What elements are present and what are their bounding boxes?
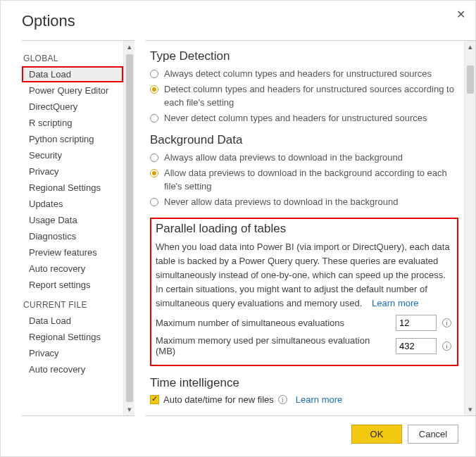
parallel-loading-section: Parallel loading of tables When you load…	[150, 218, 458, 367]
sidebar-item-security[interactable]: Security	[22, 147, 123, 163]
type-detection-opt3[interactable]: Never detect column types and headers fo…	[150, 112, 458, 125]
time-intelligence-title: Time intelligence	[150, 376, 458, 390]
sidebar-scroll-thumb[interactable]	[126, 54, 133, 402]
sidebar-item-diagnostics[interactable]: Diagnostics	[22, 228, 123, 244]
radio-label: Allow data previews to download in the b…	[164, 167, 458, 194]
sidebar-item-regional-settings[interactable]: Regional Settings	[22, 180, 123, 196]
sidebar-item-data-load[interactable]: Data Load	[22, 66, 123, 82]
scroll-up-icon[interactable]: ▴	[124, 41, 134, 53]
sidebar-item-cf-regional-settings[interactable]: Regional Settings	[22, 329, 123, 345]
background-data-title: Background Data	[150, 133, 458, 147]
radio-icon[interactable]	[150, 198, 158, 206]
main-scroll-thumb[interactable]	[467, 65, 474, 94]
sidebar-item-directquery[interactable]: DirectQuery	[22, 99, 123, 115]
scroll-down-icon[interactable]: ▾	[124, 403, 134, 415]
sidebar: GLOBAL Data Load Power Query Editor Dire…	[22, 40, 134, 416]
checkbox-icon[interactable]	[150, 395, 159, 404]
sidebar-item-python-scripting[interactable]: Python scripting	[22, 131, 123, 147]
background-data-opt3[interactable]: Never allow data previews to download in…	[150, 196, 458, 209]
type-detection-opt1[interactable]: Always detect column types and headers f…	[150, 68, 458, 81]
max-memory-label: Maximum memory used per simultaneous eva…	[156, 335, 389, 356]
info-icon[interactable]: i	[442, 342, 451, 351]
cancel-button[interactable]: Cancel	[408, 425, 458, 444]
sidebar-item-auto-recovery[interactable]: Auto recovery	[22, 261, 123, 277]
sidebar-item-updates[interactable]: Updates	[22, 196, 123, 212]
max-evaluations-input[interactable]	[396, 315, 437, 331]
radio-icon[interactable]	[150, 114, 158, 123]
info-icon[interactable]: i	[278, 395, 287, 404]
sidebar-section-current-file: CURRENT FILE	[22, 293, 123, 313]
scroll-up-icon[interactable]: ▴	[465, 41, 475, 53]
time-intel-learn-more-link[interactable]: Learn more	[296, 394, 342, 405]
radio-label: Never detect column types and headers fo…	[164, 112, 427, 125]
max-memory-input[interactable]	[396, 338, 437, 354]
radio-label: Always detect column types and headers f…	[164, 68, 432, 81]
radio-icon[interactable]	[150, 169, 158, 177]
type-detection-opt2[interactable]: Detect column types and headers for unst…	[150, 83, 458, 110]
ok-button[interactable]: OK	[351, 425, 402, 444]
radio-icon[interactable]	[150, 85, 158, 94]
info-icon[interactable]: i	[442, 318, 451, 327]
close-button[interactable]: ✕	[452, 5, 470, 24]
radio-icon[interactable]	[150, 154, 158, 162]
sidebar-item-power-query-editor[interactable]: Power Query Editor	[22, 82, 123, 99]
main-scrollbar[interactable]: ▴ ▾	[464, 41, 475, 415]
radio-label: Always allow data previews to download i…	[164, 151, 403, 165]
main-content: Type Detection Always detect column type…	[146, 41, 464, 415]
checkbox-label: Auto date/time for new files	[163, 394, 274, 405]
sidebar-item-cf-data-load[interactable]: Data Load	[22, 313, 123, 329]
scroll-down-icon[interactable]: ▾	[465, 403, 475, 415]
sidebar-scrollbar[interactable]: ▴ ▾	[123, 41, 134, 415]
sidebar-item-privacy[interactable]: Privacy	[22, 163, 123, 180]
parallel-learn-more-link[interactable]: Learn more	[372, 298, 418, 308]
sidebar-item-preview-features[interactable]: Preview features	[22, 244, 123, 261]
parallel-loading-title: Parallel loading of tables	[156, 222, 453, 236]
max-evaluations-label: Maximum number of simultaneous evaluatio…	[156, 318, 389, 328]
radio-icon[interactable]	[150, 70, 158, 78]
sidebar-item-cf-privacy[interactable]: Privacy	[22, 345, 123, 361]
background-data-opt2[interactable]: Allow data previews to download in the b…	[150, 167, 458, 194]
radio-label: Detect column types and headers for unst…	[164, 83, 458, 110]
sidebar-item-usage-data[interactable]: Usage Data	[22, 212, 123, 228]
sidebar-item-report-settings[interactable]: Report settings	[22, 277, 123, 293]
dialog-title: Options	[22, 12, 75, 30]
sidebar-item-r-scripting[interactable]: R scripting	[22, 115, 123, 131]
sidebar-item-cf-auto-recovery[interactable]: Auto recovery	[22, 361, 123, 377]
auto-date-time-row[interactable]: Auto date/time for new files i Learn mor…	[150, 394, 458, 405]
radio-label: Never allow data previews to download in…	[164, 196, 398, 209]
sidebar-section-global: GLOBAL	[22, 46, 123, 66]
type-detection-title: Type Detection	[150, 49, 458, 63]
parallel-loading-description: When you load data into Power BI (via im…	[156, 240, 453, 311]
background-data-opt1[interactable]: Always allow data previews to download i…	[150, 151, 458, 165]
